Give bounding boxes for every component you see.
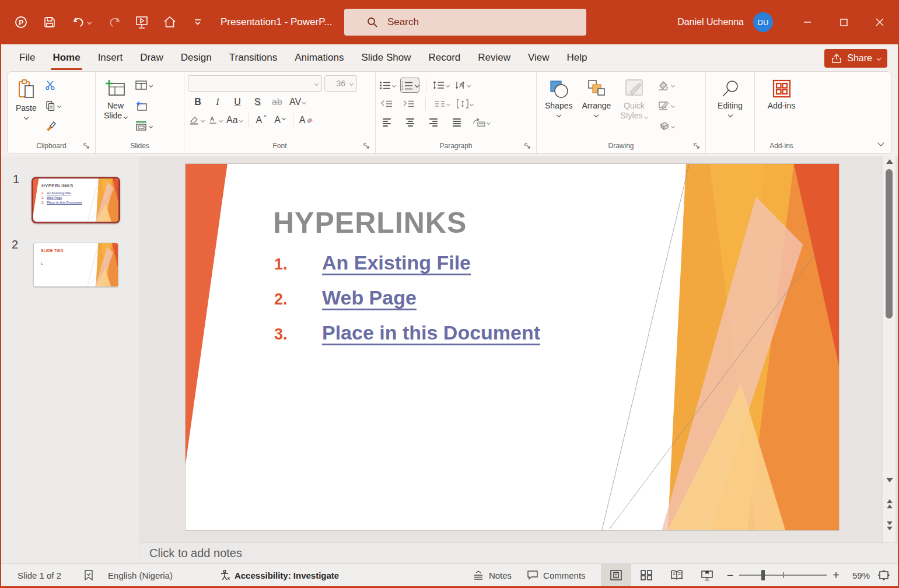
- shape-fill-button[interactable]: [656, 78, 677, 93]
- slide-2-thumbnail[interactable]: SLIDE TWO 1.: [33, 243, 118, 287]
- clipboard-dialog-launcher-icon[interactable]: [83, 142, 90, 150]
- collapse-ribbon-icon[interactable]: [879, 137, 883, 148]
- text-direction-button[interactable]: A: [454, 78, 470, 93]
- user-name[interactable]: Daniel Uchenna: [677, 17, 744, 27]
- tab-design[interactable]: Design: [172, 44, 221, 71]
- tab-record[interactable]: Record: [419, 44, 469, 71]
- decrease-indent-button[interactable]: [379, 96, 394, 111]
- section-button[interactable]: [133, 118, 155, 134]
- zoom-in-button[interactable]: +: [832, 569, 839, 581]
- strikethrough-button[interactable]: ab: [270, 94, 285, 110]
- save-icon[interactable]: [42, 15, 57, 30]
- quick-styles-button[interactable]: QuickStyles: [615, 75, 652, 122]
- tab-insert[interactable]: Insert: [89, 44, 132, 71]
- new-slide-button[interactable]: NewSlide: [99, 75, 132, 122]
- hyperlink-existing-file[interactable]: An Existing File: [322, 251, 471, 274]
- addins-button[interactable]: Add-ins: [763, 75, 800, 112]
- next-slide-icon[interactable]: [885, 522, 894, 530]
- align-left-button[interactable]: [379, 115, 394, 130]
- shape-outline-button[interactable]: [656, 98, 677, 113]
- accessibility-status[interactable]: Accessibility: Investigate: [235, 570, 339, 580]
- slide-canvas[interactable]: HYPERLINKS 1. An Existing File 2. Web Pa…: [185, 163, 839, 531]
- slide-body-list[interactable]: 1. An Existing File 2. Web Page 3. Place…: [274, 251, 540, 344]
- language-indicator[interactable]: English (Nigeria): [108, 570, 173, 580]
- tab-draw[interactable]: Draw: [131, 44, 172, 71]
- text-shadow-button[interactable]: S: [250, 94, 265, 110]
- clear-formatting-button[interactable]: A: [299, 113, 314, 128]
- line-spacing-button[interactable]: [433, 78, 449, 93]
- scroll-down-icon[interactable]: [885, 476, 894, 484]
- tab-transitions[interactable]: Transitions: [221, 44, 286, 71]
- accessibility-icon[interactable]: [219, 569, 231, 581]
- shrink-font-button[interactable]: A: [272, 113, 288, 128]
- vertical-scrollbar[interactable]: [883, 156, 895, 542]
- bullets-button[interactable]: [379, 78, 396, 93]
- change-case-button[interactable]: Aa: [226, 113, 243, 128]
- font-color-button[interactable]: A: [208, 113, 223, 128]
- align-right-button[interactable]: [426, 115, 441, 130]
- fit-slide-to-window-button[interactable]: [870, 564, 898, 586]
- font-dialog-launcher-icon[interactable]: [363, 142, 370, 150]
- character-spacing-button[interactable]: AV: [289, 94, 306, 110]
- tab-home[interactable]: Home: [44, 44, 89, 71]
- tab-file[interactable]: File: [11, 44, 44, 71]
- zoom-level[interactable]: 59%: [844, 570, 870, 580]
- slideshow-view-button[interactable]: [692, 564, 722, 586]
- spell-check-icon[interactable]: [83, 569, 94, 581]
- font-size-combobox[interactable]: 36: [324, 75, 357, 92]
- shapes-button[interactable]: Shapes: [540, 75, 577, 118]
- tab-view[interactable]: View: [519, 44, 558, 71]
- avatar[interactable]: DU: [753, 12, 773, 32]
- bold-button[interactable]: B: [190, 94, 205, 110]
- align-center-button[interactable]: [403, 115, 418, 130]
- columns-button[interactable]: [435, 96, 450, 111]
- minimize-button[interactable]: [789, 0, 825, 44]
- italic-button[interactable]: I: [210, 94, 225, 110]
- hyperlink-web-page[interactable]: Web Page: [322, 286, 417, 309]
- slide-1-thumbnail[interactable]: HYPERLINKS 1.An Existing File 2.Web Page…: [32, 177, 120, 223]
- share-button[interactable]: Share: [824, 49, 887, 68]
- slide-layout-button[interactable]: [133, 78, 155, 93]
- close-button[interactable]: [862, 0, 898, 44]
- font-name-combobox[interactable]: [188, 75, 322, 92]
- zoom-slider[interactable]: [739, 575, 827, 576]
- search-input[interactable]: Search: [344, 9, 586, 36]
- redo-icon[interactable]: [106, 15, 121, 30]
- tab-review[interactable]: Review: [469, 44, 519, 71]
- underline-button[interactable]: U: [230, 94, 245, 110]
- reset-slide-button[interactable]: [133, 98, 155, 113]
- slide-title[interactable]: HYPERLINKS: [273, 206, 467, 240]
- scrollbar-thumb[interactable]: [886, 169, 893, 318]
- paste-button[interactable]: Paste: [11, 75, 41, 120]
- undo-icon[interactable]: [70, 15, 93, 30]
- zoom-out-button[interactable]: −: [727, 569, 734, 581]
- numbering-button[interactable]: 123: [400, 78, 419, 93]
- drawing-dialog-launcher-icon[interactable]: [693, 142, 701, 150]
- shape-effects-button[interactable]: [656, 118, 677, 134]
- scroll-up-icon[interactable]: [885, 158, 894, 166]
- hyperlink-place-in-document[interactable]: Place in this Document: [322, 321, 540, 344]
- copy-button[interactable]: [43, 98, 63, 113]
- notes-toggle-button[interactable]: Notes: [473, 570, 512, 580]
- slide-indicator[interactable]: Slide 1 of 2: [18, 570, 61, 580]
- home-icon[interactable]: [162, 15, 177, 30]
- slideshow-from-start-icon[interactable]: [134, 15, 149, 30]
- highlight-color-button[interactable]: [189, 113, 204, 128]
- cut-button[interactable]: [43, 78, 63, 93]
- increase-indent-button[interactable]: [401, 96, 417, 111]
- comments-button[interactable]: Comments: [527, 570, 586, 580]
- justify-button[interactable]: [449, 115, 464, 130]
- align-text-button[interactable]: [457, 96, 473, 111]
- tab-help[interactable]: Help: [558, 44, 596, 71]
- grow-font-button[interactable]: A^: [254, 113, 269, 128]
- maximize-button[interactable]: [825, 0, 862, 44]
- previous-slide-icon[interactable]: [885, 499, 894, 508]
- convert-to-smartart-button[interactable]: [473, 115, 490, 130]
- slide-sorter-view-button[interactable]: [631, 564, 662, 586]
- editing-button[interactable]: Editing: [713, 75, 747, 118]
- powerpoint-logo-icon[interactable]: P: [14, 15, 29, 30]
- paragraph-dialog-launcher-icon[interactable]: [524, 142, 531, 150]
- zoom-slider-thumb[interactable]: [761, 570, 765, 580]
- tab-animations[interactable]: Animations: [286, 44, 352, 71]
- tab-slide-show[interactable]: Slide Show: [352, 44, 419, 71]
